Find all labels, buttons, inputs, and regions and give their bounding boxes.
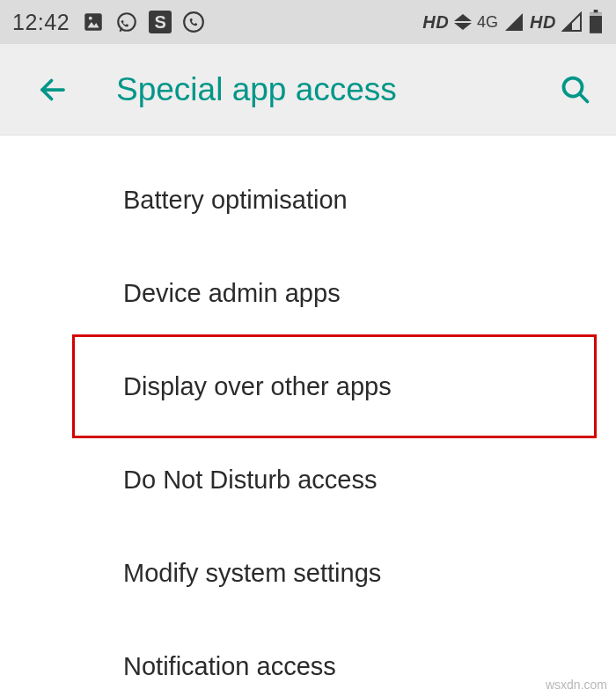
battery-icon xyxy=(588,10,604,34)
status-clock: 12:42 xyxy=(12,10,70,35)
page-title: Special app access xyxy=(116,71,556,108)
list-item-modify-system-settings[interactable]: Modify system settings xyxy=(0,526,616,620)
list-item-label: Modify system settings xyxy=(123,559,381,588)
signal-icon-1 xyxy=(503,11,524,33)
list-item-do-not-disturb-access[interactable]: Do Not Disturb access xyxy=(0,433,616,526)
list-item-notification-access[interactable]: Notification access xyxy=(0,620,616,697)
svg-line-10 xyxy=(580,93,588,101)
network-type: 4G xyxy=(477,13,498,32)
search-button[interactable] xyxy=(556,70,595,109)
svg-rect-7 xyxy=(590,13,602,17)
phone-circle-icon xyxy=(182,11,205,33)
list-item-display-over-other-apps[interactable]: Display over other apps xyxy=(0,340,616,433)
svg-point-2 xyxy=(89,17,92,20)
data-arrows-icon xyxy=(454,14,472,30)
svg-point-3 xyxy=(118,13,136,31)
svg-point-4 xyxy=(184,12,203,32)
svg-rect-5 xyxy=(594,10,598,13)
list-item-label: Device admin apps xyxy=(123,279,341,308)
list-item-battery-optimisation[interactable]: Battery optimisation xyxy=(0,153,616,246)
arrow-back-icon xyxy=(37,74,69,106)
list-item-device-admin-apps[interactable]: Device admin apps xyxy=(0,246,616,340)
settings-list: Battery optimisation Device admin apps D… xyxy=(0,136,616,697)
status-left: 12:42 S xyxy=(12,10,205,35)
watermark: wsxdn.com xyxy=(546,678,607,692)
whatsapp-icon xyxy=(115,11,138,33)
hd-indicator-1: HD xyxy=(422,12,449,33)
gallery-icon xyxy=(82,11,105,33)
list-item-label: Do Not Disturb access xyxy=(123,466,378,495)
hd-indicator-2: HD xyxy=(530,12,556,33)
list-item-label: Battery optimisation xyxy=(123,186,348,215)
status-right: HD 4G HD xyxy=(422,10,604,34)
status-bar: 12:42 S HD 4G HD xyxy=(0,0,616,44)
list-item-label: Notification access xyxy=(123,652,336,681)
back-button[interactable] xyxy=(35,72,70,107)
app-bar: Special app access xyxy=(0,44,616,136)
app-s-icon: S xyxy=(149,11,172,33)
status-notification-icons: S xyxy=(82,11,205,33)
svg-rect-0 xyxy=(84,13,102,31)
signal-icon-2 xyxy=(561,11,583,33)
search-icon xyxy=(560,74,591,106)
list-item-label: Display over other apps xyxy=(123,372,392,401)
